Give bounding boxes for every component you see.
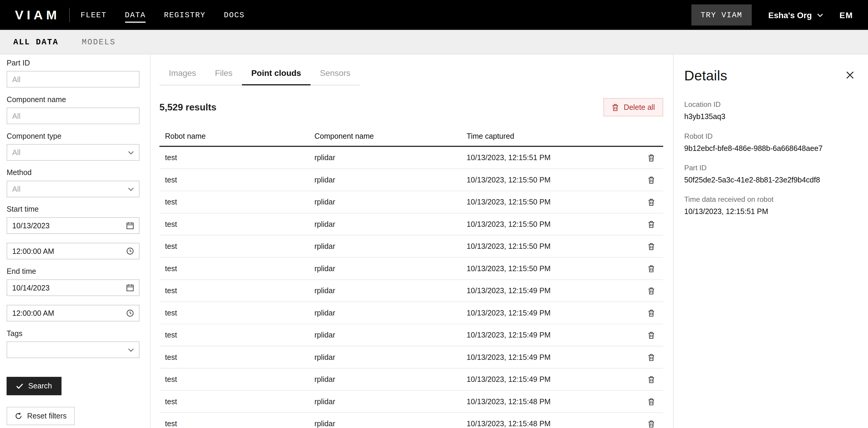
trash-icon: [647, 242, 655, 250]
table-row[interactable]: test rplidar 10/13/2023, 12:15:48 PM: [159, 391, 663, 413]
data-type-tab[interactable]: Files: [206, 68, 242, 85]
cell-time-captured: 10/13/2023, 12:15:49 PM: [461, 331, 639, 339]
details-field: Part ID 50f25de2-5a3c-41e2-8b81-23e2f9b4…: [684, 163, 855, 184]
nav-item[interactable]: FLEET: [81, 7, 107, 23]
cell-component-name: rplidar: [309, 353, 461, 361]
chevron-down-icon: [128, 187, 134, 191]
nav-item[interactable]: DOCS: [224, 7, 245, 23]
trash-icon: [647, 376, 655, 383]
trash-icon: [647, 287, 655, 295]
method-select[interactable]: All: [6, 181, 140, 197]
part-id-field[interactable]: [6, 71, 140, 87]
start-date-input[interactable]: [12, 222, 126, 230]
trash-icon: [647, 309, 655, 317]
cell-time-captured: 10/13/2023, 12:15:50 PM: [461, 264, 639, 273]
row-delete-button[interactable]: [639, 331, 663, 339]
row-delete-button[interactable]: [639, 309, 663, 317]
table-row[interactable]: test rplidar 10/13/2023, 12:15:49 PM: [159, 280, 663, 302]
table-row[interactable]: test rplidar 10/13/2023, 12:15:50 PM: [159, 235, 663, 257]
row-delete-button[interactable]: [639, 220, 663, 228]
cell-component-name: rplidar: [309, 220, 461, 228]
row-delete-button[interactable]: [639, 287, 663, 295]
cell-component-name: rplidar: [309, 287, 461, 295]
cell-time-captured: 10/13/2023, 12:15:48 PM: [461, 397, 639, 406]
tags-select[interactable]: [6, 341, 140, 358]
details-field-label: Location ID: [684, 100, 855, 109]
try-viam-button[interactable]: TRY VIAM: [691, 4, 751, 26]
end-time-input[interactable]: [12, 309, 126, 317]
table-row[interactable]: test rplidar 10/13/2023, 12:15:50 PM: [159, 213, 663, 235]
nav-item[interactable]: REGISTRY: [164, 7, 206, 23]
cell-robot-name: test: [159, 153, 309, 162]
component-name-input[interactable]: [12, 112, 134, 120]
trash-icon: [647, 331, 655, 339]
calendar-icon[interactable]: [126, 222, 134, 229]
cell-robot-name: test: [159, 242, 309, 251]
data-type-tab[interactable]: Sensors: [310, 68, 360, 85]
cell-component-name: rplidar: [309, 264, 461, 273]
method-value: All: [12, 185, 21, 193]
table-row[interactable]: test rplidar 10/13/2023, 12:15:50 PM: [159, 169, 663, 191]
table-row[interactable]: test rplidar 10/13/2023, 12:15:49 PM: [159, 324, 663, 346]
table-header: Robot name Component name Time captured: [159, 129, 663, 147]
nav-item[interactable]: DATA: [125, 7, 146, 23]
component-type-select[interactable]: All: [6, 144, 140, 161]
clock-icon[interactable]: [126, 247, 134, 255]
table-row[interactable]: test rplidar 10/13/2023, 12:15:51 PM: [159, 147, 663, 169]
trash-icon: [647, 176, 655, 183]
chevron-down-icon: [128, 348, 134, 352]
subnav-item[interactable]: MODELS: [82, 37, 116, 47]
cell-time-captured: 10/13/2023, 12:15:50 PM: [461, 220, 639, 228]
cell-robot-name: test: [159, 353, 309, 361]
delete-all-button[interactable]: Delete all: [603, 98, 663, 116]
start-date-field[interactable]: [6, 217, 140, 234]
row-delete-button[interactable]: [639, 376, 663, 383]
table-row[interactable]: test rplidar 10/13/2023, 12:15:49 PM: [159, 346, 663, 369]
row-delete-button[interactable]: [639, 265, 663, 272]
user-avatar[interactable]: EM: [839, 10, 853, 20]
end-clock-field[interactable]: [6, 305, 140, 321]
close-icon[interactable]: [846, 71, 854, 79]
cell-component-name: rplidar: [309, 176, 461, 184]
reset-filters-button[interactable]: Reset filters: [6, 407, 75, 425]
cell-component-name: rplidar: [309, 198, 461, 206]
start-clock-field[interactable]: [6, 243, 140, 260]
details-panel: Details Location ID h3yb135aq3 Robot ID …: [673, 54, 868, 428]
cell-component-name: rplidar: [309, 309, 461, 317]
table-row[interactable]: test rplidar 10/13/2023, 12:15:48 PM: [159, 413, 663, 428]
results-count: 5,529 results: [159, 102, 216, 113]
search-button[interactable]: Search: [6, 377, 61, 395]
row-delete-button[interactable]: [639, 242, 663, 250]
data-type-tab[interactable]: Point clouds: [242, 68, 311, 85]
details-title: Details: [684, 67, 855, 84]
org-switcher[interactable]: Esha's Org: [768, 10, 823, 20]
table-row[interactable]: test rplidar 10/13/2023, 12:15:50 PM: [159, 258, 663, 280]
row-delete-button[interactable]: [639, 420, 663, 428]
subnav-item[interactable]: ALL DATA: [13, 37, 59, 47]
table-row[interactable]: test rplidar 10/13/2023, 12:15:49 PM: [159, 302, 663, 324]
calendar-icon[interactable]: [126, 284, 134, 291]
end-date-input[interactable]: [12, 284, 126, 292]
part-id-label: Part ID: [6, 59, 143, 67]
end-date-field[interactable]: [6, 280, 140, 296]
part-id-input[interactable]: [12, 75, 134, 83]
details-field-label: Time data received on robot: [684, 195, 855, 204]
trash-icon: [612, 103, 619, 111]
component-name-field[interactable]: [6, 108, 140, 124]
table-row[interactable]: test rplidar 10/13/2023, 12:15:49 PM: [159, 369, 663, 391]
clock-icon[interactable]: [126, 309, 134, 317]
row-delete-button[interactable]: [639, 176, 663, 183]
viam-logo[interactable]: VIAM: [15, 7, 60, 22]
data-type-tab[interactable]: Images: [159, 68, 206, 85]
cell-time-captured: 10/13/2023, 12:15:50 PM: [461, 176, 639, 184]
table-row[interactable]: test rplidar 10/13/2023, 12:15:50 PM: [159, 191, 663, 213]
cell-time-captured: 10/13/2023, 12:15:49 PM: [461, 309, 639, 317]
nav-items: FLEET DATA REGISTRY DOCS: [81, 7, 245, 23]
row-delete-button[interactable]: [639, 198, 663, 206]
start-time-input[interactable]: [12, 247, 126, 255]
row-delete-button[interactable]: [639, 353, 663, 361]
row-delete-button[interactable]: [639, 154, 663, 162]
row-delete-button[interactable]: [639, 398, 663, 405]
cell-component-name: rplidar: [309, 397, 461, 406]
chevron-down-icon: [817, 13, 823, 17]
